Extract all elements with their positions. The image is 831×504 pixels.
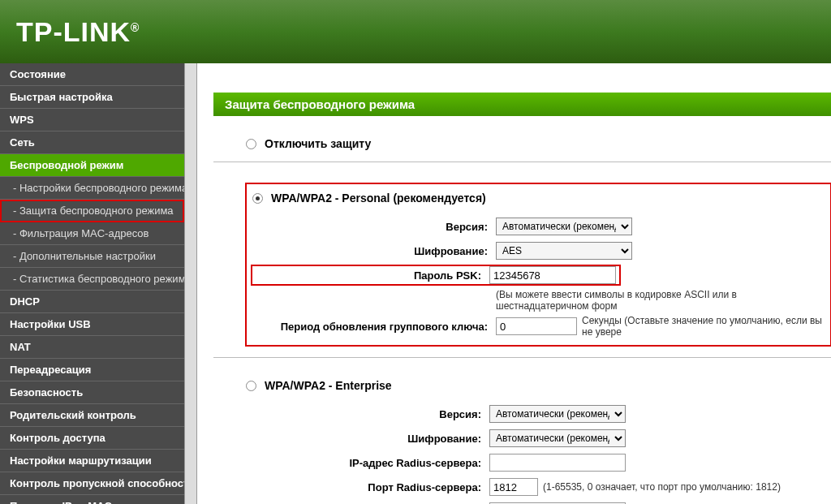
disable-security-label: Отключить защиту [265, 137, 371, 150]
version-label: Версия: [252, 221, 496, 233]
sidebar-item-8[interactable]: - Дополнительные настройки [0, 245, 184, 268]
sidebar-item-5[interactable]: - Настройки беспроводного режима [0, 177, 184, 200]
content-area: Защита беспроводного режима Отключить за… [197, 63, 831, 504]
sidebar-item-1[interactable]: Быстрая настройка [0, 86, 184, 109]
divider [213, 357, 831, 358]
sidebar-item-3[interactable]: Сеть [0, 131, 184, 154]
sidebar-item-16[interactable]: Контроль доступа [0, 427, 184, 450]
sidebar-item-6[interactable]: - Защита беспроводного режима [0, 200, 184, 222]
sidebar-item-18[interactable]: Контроль пропускной способности [0, 472, 184, 495]
encryption-select[interactable]: AES [496, 242, 632, 260]
group-key-hint: Секунды (Оставьте значение по умолчанию,… [582, 315, 825, 338]
sidebar-item-9[interactable]: - Статистика беспроводного режима [0, 268, 184, 291]
psk-label: Пароль PSK: [254, 269, 489, 282]
sidebar-item-10[interactable]: DHCP [0, 291, 184, 313]
encryption-label: Шифрование: [252, 245, 496, 257]
sidebar-item-12[interactable]: NAT [0, 336, 184, 359]
sidebar-item-13[interactable]: Переадресация [0, 359, 184, 381]
header: TP-LINK® [0, 0, 831, 63]
divider [213, 162, 831, 162]
sidebar-item-15[interactable]: Родительский контроль [0, 404, 184, 427]
sidebar-item-14[interactable]: Безопасность [0, 381, 184, 404]
sidebar-item-2[interactable]: WPS [0, 109, 184, 131]
vertical-separator [184, 63, 197, 504]
sidebar-item-7[interactable]: - Фильтрация MAC-адресов [0, 222, 184, 245]
radius-ip-input[interactable] [489, 454, 626, 472]
page-title: Защита беспроводного режима [213, 93, 831, 116]
radio-wpa-enterprise[interactable] [246, 381, 256, 391]
radio-disable-security[interactable] [246, 139, 256, 149]
psk-input[interactable] [489, 266, 616, 284]
sidebar-item-19[interactable]: Привязка IP- и MAC-адресов [0, 495, 184, 504]
radius-ip-label: IP-адрес Radius-сервера: [246, 457, 489, 469]
radius-port-label: Порт Radius-сервера: [246, 481, 489, 493]
ent-encryption-label: Шифрование: [246, 433, 489, 445]
sidebar-item-0[interactable]: Состояние [0, 63, 184, 86]
sidebar: СостояниеБыстрая настройкаWPSСетьБеспров… [0, 63, 184, 504]
wpa-enterprise-title: WPA/WPA2 - Enterprise [265, 379, 392, 392]
group-key-label: Период обновления группового ключа: [252, 321, 496, 333]
sidebar-item-4[interactable]: Беспроводной режим [0, 154, 184, 177]
wpa-personal-title: WPA/WPA2 - Personal (рекомендуется) [271, 192, 486, 205]
wpa-enterprise-section: WPA/WPA2 - Enterprise Версия: Автоматиче… [213, 379, 831, 504]
sidebar-item-11[interactable]: Настройки USB [0, 313, 184, 336]
radius-port-hint: (1-65535, 0 означает, что порт про умолч… [543, 481, 781, 493]
radius-port-input[interactable] [489, 478, 538, 496]
wpa-personal-section: WPA/WPA2 - Personal (рекомендуется) Верс… [246, 183, 831, 346]
ent-encryption-select[interactable]: Автоматически (рекоменд [489, 429, 626, 447]
version-select[interactable]: Автоматически (рекоменд [496, 218, 632, 235]
psk-hint: (Вы можете ввести символы в кодировке AS… [496, 289, 825, 312]
radio-wpa-personal[interactable] [252, 193, 263, 204]
brand-logo: TP-LINK® [16, 16, 140, 48]
sidebar-item-17[interactable]: Настройки маршрутизации [0, 450, 184, 472]
group-key-input[interactable] [496, 317, 577, 335]
ent-version-label: Версия: [246, 408, 489, 420]
ent-version-select[interactable]: Автоматически (рекоменд [489, 405, 626, 423]
